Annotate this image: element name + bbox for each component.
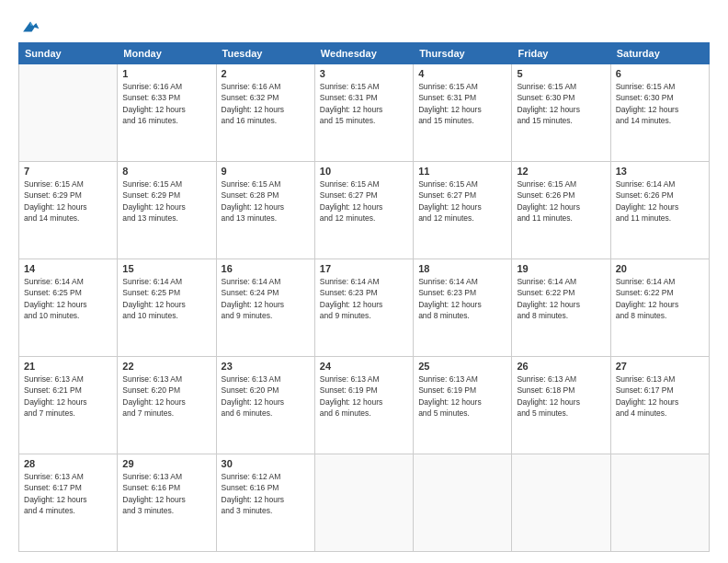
calendar-cell: 14Sunrise: 6:14 AMSunset: 6:25 PMDayligh… [19,259,118,357]
day-info: Sunrise: 6:13 AMSunset: 6:20 PMDaylight:… [222,373,310,419]
day-number: 29 [122,458,210,469]
page: SundayMondayTuesdayWednesdayThursdayFrid… [0,0,728,563]
calendar-table: SundayMondayTuesdayWednesdayThursdayFrid… [18,42,710,552]
calendar-cell: 27Sunrise: 6:13 AMSunset: 6:17 PMDayligh… [610,357,709,454]
col-header-saturday: Saturday [610,43,709,64]
day-info: Sunrise: 6:14 AMSunset: 6:23 PMDaylight:… [418,276,506,321]
calendar-cell [512,454,610,552]
svg-marker-1 [30,22,33,27]
calendar-cell: 18Sunrise: 6:14 AMSunset: 6:23 PMDayligh… [414,259,512,357]
calendar-cell: 7Sunrise: 6:15 AMSunset: 6:29 PMDaylight… [19,162,118,259]
day-info: Sunrise: 6:15 AMSunset: 6:27 PMDaylight:… [418,178,506,224]
day-info: Sunrise: 6:15 AMSunset: 6:29 PMDaylight:… [122,178,210,224]
day-number: 30 [222,458,310,469]
day-number: 2 [222,68,310,79]
calendar-cell [414,454,512,552]
day-info: Sunrise: 6:15 AMSunset: 6:31 PMDaylight:… [418,81,506,126]
calendar-cell: 29Sunrise: 6:13 AMSunset: 6:16 PMDayligh… [118,454,216,552]
calendar-cell: 21Sunrise: 6:13 AMSunset: 6:21 PMDayligh… [19,357,118,454]
calendar-cell: 5Sunrise: 6:15 AMSunset: 6:30 PMDaylight… [512,64,610,162]
calendar-cell: 3Sunrise: 6:15 AMSunset: 6:31 PMDaylight… [314,64,413,162]
day-info: Sunrise: 6:13 AMSunset: 6:17 PMDaylight:… [616,373,704,419]
day-number: 20 [616,263,704,274]
col-header-tuesday: Tuesday [216,43,314,64]
calendar-cell: 4Sunrise: 6:15 AMSunset: 6:31 PMDaylight… [414,64,512,162]
header [18,17,710,33]
day-number: 23 [222,361,310,372]
day-number: 17 [320,263,408,274]
day-number: 8 [122,166,210,177]
day-info: Sunrise: 6:15 AMSunset: 6:26 PMDaylight:… [517,178,605,224]
calendar-cell: 30Sunrise: 6:12 AMSunset: 6:16 PMDayligh… [216,454,314,552]
day-number: 11 [418,166,506,177]
calendar-cell [610,454,709,552]
calendar-cell: 10Sunrise: 6:15 AMSunset: 6:27 PMDayligh… [314,162,413,259]
calendar-cell: 28Sunrise: 6:13 AMSunset: 6:17 PMDayligh… [19,454,118,552]
day-info: Sunrise: 6:14 AMSunset: 6:22 PMDaylight:… [517,276,605,321]
day-number: 26 [517,361,605,372]
day-info: Sunrise: 6:14 AMSunset: 6:24 PMDaylight:… [222,276,310,321]
calendar-week-row: 21Sunrise: 6:13 AMSunset: 6:21 PMDayligh… [19,357,710,454]
calendar-cell: 17Sunrise: 6:14 AMSunset: 6:23 PMDayligh… [314,259,413,357]
day-info: Sunrise: 6:15 AMSunset: 6:29 PMDaylight:… [24,178,112,224]
day-info: Sunrise: 6:16 AMSunset: 6:32 PMDaylight:… [222,81,310,126]
day-number: 9 [222,166,310,177]
day-number: 27 [616,361,704,372]
calendar-cell [19,64,118,162]
day-info: Sunrise: 6:14 AMSunset: 6:25 PMDaylight:… [122,276,210,321]
calendar-week-row: 28Sunrise: 6:13 AMSunset: 6:17 PMDayligh… [19,454,710,552]
day-number: 3 [320,68,408,79]
day-number: 12 [517,166,605,177]
logo-bird-icon [20,17,40,37]
calendar-cell: 16Sunrise: 6:14 AMSunset: 6:24 PMDayligh… [216,259,314,357]
day-info: Sunrise: 6:13 AMSunset: 6:18 PMDaylight:… [517,373,605,419]
calendar-cell: 11Sunrise: 6:15 AMSunset: 6:27 PMDayligh… [414,162,512,259]
calendar-cell: 13Sunrise: 6:14 AMSunset: 6:26 PMDayligh… [610,162,709,259]
day-number: 5 [517,68,605,79]
day-number: 24 [320,361,408,372]
day-info: Sunrise: 6:13 AMSunset: 6:20 PMDaylight:… [122,373,210,419]
day-info: Sunrise: 6:13 AMSunset: 6:19 PMDaylight:… [418,373,506,419]
day-number: 25 [418,361,506,372]
day-number: 10 [320,166,408,177]
calendar-header-row: SundayMondayTuesdayWednesdayThursdayFrid… [19,43,710,64]
calendar-cell: 8Sunrise: 6:15 AMSunset: 6:29 PMDaylight… [118,162,216,259]
day-number: 7 [24,166,112,177]
calendar-cell: 23Sunrise: 6:13 AMSunset: 6:20 PMDayligh… [216,357,314,454]
calendar-cell: 20Sunrise: 6:14 AMSunset: 6:22 PMDayligh… [610,259,709,357]
col-header-friday: Friday [512,43,610,64]
day-number: 19 [517,263,605,274]
logo [18,17,40,33]
calendar-cell: 25Sunrise: 6:13 AMSunset: 6:19 PMDayligh… [414,357,512,454]
day-number: 13 [616,166,704,177]
day-number: 28 [24,458,112,469]
calendar-cell: 22Sunrise: 6:13 AMSunset: 6:20 PMDayligh… [118,357,216,454]
day-number: 22 [122,361,210,372]
day-info: Sunrise: 6:12 AMSunset: 6:16 PMDaylight:… [222,471,310,516]
day-number: 16 [222,263,310,274]
day-info: Sunrise: 6:13 AMSunset: 6:21 PMDaylight:… [24,373,112,419]
day-info: Sunrise: 6:16 AMSunset: 6:33 PMDaylight:… [122,81,210,126]
day-number: 15 [122,263,210,274]
day-number: 21 [24,361,112,372]
col-header-sunday: Sunday [19,43,118,64]
day-info: Sunrise: 6:13 AMSunset: 6:16 PMDaylight:… [122,471,210,516]
day-info: Sunrise: 6:14 AMSunset: 6:22 PMDaylight:… [616,276,704,321]
calendar-cell: 9Sunrise: 6:15 AMSunset: 6:28 PMDaylight… [216,162,314,259]
day-number: 6 [616,68,704,79]
calendar-cell: 15Sunrise: 6:14 AMSunset: 6:25 PMDayligh… [118,259,216,357]
col-header-thursday: Thursday [414,43,512,64]
day-info: Sunrise: 6:15 AMSunset: 6:27 PMDaylight:… [320,178,408,224]
day-number: 18 [418,263,506,274]
col-header-wednesday: Wednesday [314,43,413,64]
day-number: 4 [418,68,506,79]
calendar-week-row: 14Sunrise: 6:14 AMSunset: 6:25 PMDayligh… [19,259,710,357]
calendar-week-row: 7Sunrise: 6:15 AMSunset: 6:29 PMDaylight… [19,162,710,259]
calendar-cell: 2Sunrise: 6:16 AMSunset: 6:32 PMDaylight… [216,64,314,162]
day-info: Sunrise: 6:15 AMSunset: 6:28 PMDaylight:… [222,178,310,224]
day-info: Sunrise: 6:14 AMSunset: 6:25 PMDaylight:… [24,276,112,321]
calendar-cell: 6Sunrise: 6:15 AMSunset: 6:30 PMDaylight… [610,64,709,162]
day-info: Sunrise: 6:15 AMSunset: 6:31 PMDaylight:… [320,81,408,126]
day-info: Sunrise: 6:13 AMSunset: 6:17 PMDaylight:… [24,471,112,516]
day-info: Sunrise: 6:15 AMSunset: 6:30 PMDaylight:… [517,81,605,126]
